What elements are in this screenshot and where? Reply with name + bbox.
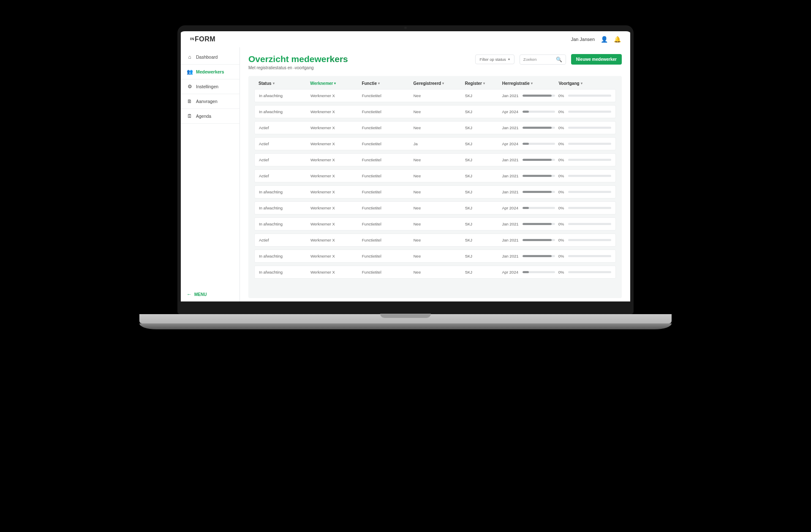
cell-werknemer: Werknemer X	[310, 93, 359, 98]
sidebar: ⌂Dashboard👥Medewerkers⚙Instellingen🗎Aanv…	[181, 47, 240, 301]
table-row[interactable]: In afwachtingWerknemer XFunctietitelNeeS…	[254, 266, 616, 279]
cell-functie: Functietitel	[362, 141, 410, 146]
cell-werknemer: Werknemer X	[310, 238, 359, 242]
cell-herregistratie: Jan 2021	[502, 125, 555, 130]
table-row[interactable]: In afwachtingWerknemer XFunctietitelNeeS…	[254, 217, 616, 231]
herreg-progress	[523, 175, 555, 177]
cell-status: In afwachting	[259, 206, 307, 210]
herreg-label: Jan 2021	[502, 238, 518, 242]
voortgang-pct: 0%	[558, 125, 564, 130]
user-icon[interactable]: 👤	[601, 36, 608, 43]
cell-herregistratie: Jan 2021	[502, 254, 555, 258]
cell-werknemer: Werknemer X	[310, 222, 359, 226]
table-row[interactable]: In afwachtingWerknemer XFunctietitelNeeS…	[254, 201, 616, 214]
sidebar-item-agenda[interactable]: 🗓Agenda	[181, 109, 239, 124]
cell-voortgang: 0%	[558, 141, 611, 146]
cell-status: In afwachting	[259, 270, 307, 274]
page-title-light: Overzicht medewer	[248, 54, 330, 64]
table-row[interactable]: ActiefWerknemer XFunctietitelNeeSKJJan 2…	[254, 121, 616, 134]
herreg-progress	[523, 127, 555, 129]
voortgang-pct: 0%	[558, 93, 564, 98]
voortgang-pct: 0%	[558, 206, 564, 210]
cell-geregistreerd: Nee	[414, 109, 462, 114]
table-row[interactable]: ActiefWerknemer XFunctietitelNeeSKJJan 2…	[254, 153, 616, 166]
sidebar-item-aanvragen[interactable]: 🗎Aanvragen	[181, 94, 239, 109]
col-herregistratie[interactable]: Herregistratie▾	[502, 81, 555, 86]
herreg-progress	[523, 95, 555, 97]
col-geregistreerd[interactable]: Geregistreerd▾	[414, 81, 462, 86]
col-status[interactable]: Status▾	[259, 81, 307, 86]
cell-voortgang: 0%	[558, 206, 611, 210]
menu-collapse[interactable]: ← MENU	[181, 287, 239, 301]
table-row[interactable]: ActiefWerknemer XFunctietitelJaSKJApr 20…	[254, 137, 616, 150]
cell-herregistratie: Apr 2024	[502, 270, 555, 274]
cell-voortgang: 0%	[558, 93, 611, 98]
voortgang-pct: 0%	[558, 254, 564, 258]
cell-herregistratie: Apr 2024	[502, 109, 555, 114]
herreg-progress	[523, 255, 555, 257]
voortgang-progress	[568, 255, 611, 257]
search-box[interactable]: 🔍	[520, 54, 566, 65]
brand-prefix: IN	[190, 37, 194, 41]
voortgang-progress	[568, 223, 611, 225]
cell-register: SKJ	[465, 270, 499, 274]
bell-icon[interactable]: 🔔	[614, 36, 621, 43]
cell-functie: Functietitel	[362, 125, 410, 130]
cell-geregistreerd: Nee	[414, 270, 462, 274]
cell-geregistreerd: Nee	[414, 190, 462, 194]
col-voortgang[interactable]: Voortgang▾	[558, 81, 612, 86]
voortgang-pct: 0%	[558, 222, 564, 226]
cell-werknemer: Werknemer X	[310, 141, 359, 146]
user-name: Jan Jansen	[571, 37, 595, 42]
col-functie[interactable]: Functie▾	[362, 81, 410, 86]
cell-herregistratie: Apr 2024	[502, 206, 555, 210]
cell-register: SKJ	[465, 157, 499, 162]
cell-register: SKJ	[465, 174, 499, 178]
cell-werknemer: Werknemer X	[310, 254, 359, 258]
main-content: Overzicht medewerkers Met registratiesta…	[240, 47, 630, 301]
herreg-label: Apr 2024	[502, 270, 518, 274]
cell-register: SKJ	[465, 141, 499, 146]
col-register[interactable]: Register▾	[465, 81, 499, 86]
sidebar-item-dashboard[interactable]: ⌂Dashboard	[181, 50, 239, 65]
cell-herregistratie: Jan 2021	[502, 157, 555, 162]
sidebar-item-instellingen[interactable]: ⚙Instellingen	[181, 79, 239, 94]
cell-geregistreerd: Nee	[414, 125, 462, 130]
chevron-down-icon: ▾	[581, 81, 582, 85]
table-row[interactable]: ActiefWerknemer XFunctietitelNeeSKJJan 2…	[254, 169, 616, 182]
cell-voortgang: 0%	[558, 254, 611, 258]
search-input[interactable]	[523, 57, 553, 62]
cell-status: In afwachting	[259, 222, 307, 226]
herreg-label: Jan 2021	[502, 125, 518, 130]
nav-icon: 👥	[187, 69, 193, 75]
cell-geregistreerd: Ja	[414, 141, 462, 146]
filter-status-dropdown[interactable]: Filter op status ▾	[475, 54, 514, 64]
voortgang-pct: 0%	[558, 109, 564, 114]
search-icon[interactable]: 🔍	[556, 57, 562, 62]
cell-voortgang: 0%	[558, 222, 611, 226]
cell-voortgang: 0%	[558, 190, 611, 194]
cell-voortgang: 0%	[558, 270, 611, 274]
table-row[interactable]: ActiefWerknemer XFunctietitelNeeSKJJan 2…	[254, 233, 616, 247]
col-werknemer[interactable]: Werknemer▾	[310, 81, 358, 86]
cell-register: SKJ	[465, 125, 499, 130]
table-row[interactable]: In afwachtingWerknemer XFunctietitelNeeS…	[254, 250, 616, 263]
arrow-left-icon: ←	[187, 291, 192, 297]
new-employee-button[interactable]: Nieuwe medewerker	[571, 54, 622, 65]
herreg-label: Jan 2021	[502, 93, 518, 98]
brand-main: FORM	[195, 35, 215, 43]
table-row[interactable]: In afwachtingWerknemer XFunctietitelNeeS…	[254, 89, 616, 102]
chevron-down-icon: ▾	[508, 57, 510, 61]
chevron-down-icon: ▾	[483, 81, 485, 85]
topbar: INFORM Jan Jansen 👤 🔔	[181, 31, 630, 47]
herreg-label: Jan 2021	[502, 157, 518, 162]
voortgang-progress	[568, 175, 611, 177]
cell-status: In afwachting	[259, 109, 307, 114]
table-row[interactable]: In afwachtingWerknemer XFunctietitelNeeS…	[254, 105, 616, 118]
cell-geregistreerd: Nee	[414, 222, 462, 226]
sidebar-item-medewerkers[interactable]: 👥Medewerkers	[181, 65, 239, 79]
page-title-bold: kers	[330, 54, 348, 64]
cell-geregistreerd: Nee	[414, 174, 462, 178]
table-row[interactable]: In afwachtingWerknemer XFunctietitelNeeS…	[254, 185, 616, 198]
voortgang-pct: 0%	[558, 270, 564, 274]
